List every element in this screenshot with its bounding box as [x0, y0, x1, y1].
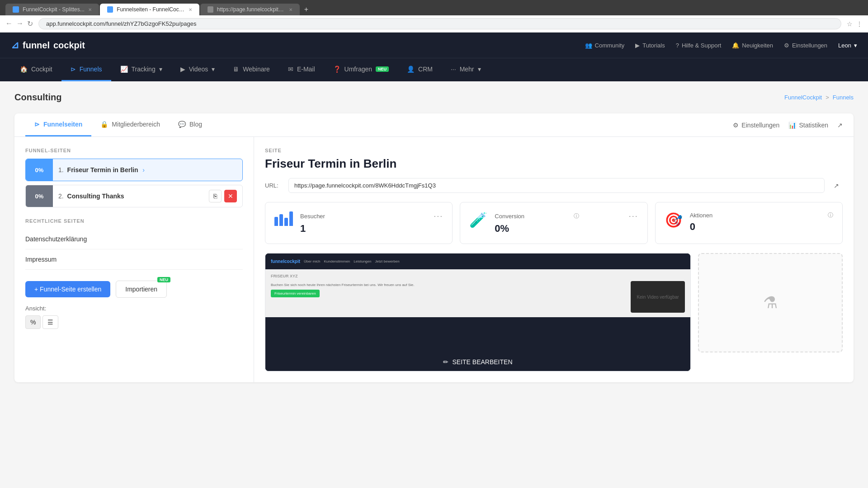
header-nav-hilfe[interactable]: ? Hilfe & Support: [676, 42, 722, 49]
nav-umfragen[interactable]: ❓ Umfragen NEU: [324, 58, 398, 81]
preview-hero-label: FRISEUR XYZ: [271, 274, 685, 278]
settings-action-icon: ⚙: [733, 122, 739, 129]
preview-hero: FRISEUR XYZ Buchen Sie sich noch heute I…: [265, 269, 690, 317]
header-navigation: 👥 Community ▶ Tutorials ? Hilfe & Suppor…: [585, 42, 857, 49]
settings-action-label: Einstellungen: [741, 122, 779, 129]
user-menu[interactable]: Leon ▾: [838, 42, 857, 49]
tab-funnelseiten[interactable]: ⊳ Funnelseiten: [25, 113, 91, 136]
statistics-action-btn[interactable]: 📊 Statistiken: [788, 122, 828, 129]
email-icon: ✉: [288, 66, 293, 73]
page2-title: Consulting Thanks: [67, 192, 124, 200]
refresh-button[interactable]: ↻: [27, 19, 33, 28]
settings-action-btn[interactable]: ⚙ Einstellungen: [733, 122, 779, 129]
crm-icon: 👤: [407, 66, 415, 73]
videos-dropdown-icon: ▾: [212, 66, 215, 73]
edit-button-label: SEITE BEARBEITEN: [452, 358, 512, 366]
page2-copy-btn[interactable]: ⎘: [209, 190, 222, 202]
nav-webinare[interactable]: 🖥 Webinare: [224, 58, 279, 81]
tab1-close[interactable]: ✕: [88, 7, 92, 12]
videos-label: Videos: [189, 66, 208, 73]
funnelseiten-tab-label: Funnelseiten: [43, 121, 82, 128]
gear-icon: ⚙: [784, 42, 789, 49]
datenschutz-item[interactable]: Datenschutzerklärung: [25, 229, 243, 249]
ansicht-grid-btn[interactable]: ☰: [42, 315, 58, 329]
tracking-label: Tracking: [132, 66, 156, 73]
browser-tab-1[interactable]: FunnelCockpit - Splittes... ✕: [5, 4, 99, 15]
page1-title: Friseur Termin in Berlin: [67, 166, 138, 174]
preview-nav-links: Über mich Kundenstimmen Leistungen Jetzt…: [304, 259, 400, 263]
conversion-info-icon[interactable]: ⓘ: [574, 212, 579, 220]
tab2-favicon: [107, 6, 113, 13]
aktionen-content: Aktionen ⓘ 0: [690, 211, 833, 233]
tutorials-label: Tutorials: [642, 42, 665, 49]
nav-email[interactable]: ✉ E-Mail: [279, 58, 324, 81]
bar-1: [274, 217, 278, 226]
preview-video-placeholder: Kein Video verfügbar: [631, 281, 685, 313]
back-button[interactable]: ←: [5, 19, 13, 28]
funnels-label: Funnels: [80, 66, 102, 73]
share-action-btn[interactable]: ↗: [837, 122, 843, 129]
forward-button[interactable]: →: [16, 19, 24, 28]
tab2-close[interactable]: ✕: [189, 7, 192, 12]
conversion-menu[interactable]: ···: [629, 211, 638, 221]
nav-videos[interactable]: ▶ Videos ▾: [171, 58, 224, 81]
preview-header: funnelcockpit Über mich Kundenstimmen Le…: [265, 253, 690, 269]
tab1-favicon: [13, 6, 19, 13]
header-nav-community[interactable]: 👥 Community: [585, 42, 625, 49]
menu-icon[interactable]: ⋮: [856, 20, 863, 28]
tab-mitgliederbereich[interactable]: 🔒 Mitgliederbereich: [91, 113, 169, 136]
preview-hero-body: Buchen Sie sich noch heute Ihren nächste…: [271, 281, 685, 313]
webinare-icon: 🖥: [233, 66, 239, 73]
ansicht-percent-btn[interactable]: %: [25, 315, 41, 329]
nav-tracking[interactable]: 📈 Tracking ▾: [111, 58, 171, 81]
create-funnel-page-button[interactable]: + Funnel-Seite erstellen: [25, 281, 110, 297]
new-tab-button[interactable]: +: [301, 4, 312, 15]
page2-delete-btn[interactable]: ✕: [224, 190, 237, 202]
community-icon: 👥: [585, 42, 592, 49]
header-nav-einstellungen[interactable]: ⚙ Einstellungen: [784, 42, 827, 49]
besucher-bar-chart: [274, 211, 293, 226]
breadcrumb-current[interactable]: Funnels: [833, 94, 854, 101]
impressum-item[interactable]: Impressum: [25, 249, 243, 270]
tab-blog[interactable]: 💬 Blog: [169, 113, 211, 136]
funnel-page-item-2[interactable]: 0% 2. Consulting Thanks ⎘ ✕: [25, 185, 243, 207]
logo-icon: ⊿: [11, 39, 19, 51]
preview-link-4: Jetzt bewerben: [375, 259, 399, 263]
preview-link-2: Kundenstimmen: [324, 259, 350, 263]
funnel-page-item-1[interactable]: 0% 1. Friseur Termin in Berlin ›: [25, 159, 243, 181]
import-button[interactable]: Importieren: [116, 281, 167, 298]
nav-mehr[interactable]: ··· Mehr ▾: [442, 58, 490, 81]
preview-inner: funnelcockpit Über mich Kundenstimmen Le…: [265, 253, 690, 353]
logo[interactable]: ⊿ funnelcockpit: [11, 39, 85, 51]
ansicht-label: Ansicht:: [25, 305, 243, 312]
tab3-close[interactable]: ✕: [289, 7, 292, 12]
logo-funnel: funnel: [23, 40, 50, 51]
bookmark-icon[interactable]: ☆: [847, 20, 853, 28]
url-input[interactable]: [288, 178, 825, 193]
besucher-chart: [274, 211, 293, 226]
header-nav-tutorials[interactable]: ▶ Tutorials: [635, 42, 665, 49]
funnels-icon: ⊳: [71, 66, 76, 73]
target-icon: 🎯: [665, 211, 683, 229]
url-label: URL:: [265, 182, 283, 189]
breadcrumb-root[interactable]: FunnelCockpit: [784, 94, 822, 101]
nav-crm[interactable]: 👤 CRM: [398, 58, 442, 81]
nav-cockpit[interactable]: 🏠 Cockpit: [11, 58, 61, 81]
besucher-menu[interactable]: ···: [434, 211, 443, 221]
tab3-favicon: [208, 6, 213, 13]
page-content: Consulting FunnelCockpit > Funnels ⊳ Fun…: [0, 81, 868, 488]
url-bar[interactable]: app.funnelcockpit.com/funnel/zhYZ7bGzgoF…: [38, 18, 841, 29]
external-link-button[interactable]: ↗: [830, 178, 843, 193]
aktionen-info-icon[interactable]: ⓘ: [828, 211, 833, 219]
edit-page-button[interactable]: ✏ SEITE BEARBEITEN: [265, 353, 690, 371]
tab-bar: FunnelCockpit - Splittes... ✕ Funnelseit…: [5, 4, 863, 15]
stat-card-besucher: Besucher ··· 1: [265, 202, 453, 244]
stat-card-aktionen: 🎯 Aktionen ⓘ 0: [655, 202, 843, 244]
import-badge: NEU: [157, 277, 170, 282]
main-card: ⊳ Funnelseiten 🔒 Mitgliederbereich 💬 Blo…: [14, 113, 854, 382]
browser-tab-2[interactable]: Funnelseiten - FunnelCockpit ✕: [100, 4, 199, 15]
nav-funnels[interactable]: ⊳ Funnels: [61, 58, 111, 81]
browser-tab-3[interactable]: https://page.funnelcockpit.co... ✕: [200, 4, 300, 15]
header-nav-neuigkeiten[interactable]: 🔔 Neuigkeiten: [732, 42, 773, 49]
preview-link-1: Über mich: [304, 259, 320, 263]
